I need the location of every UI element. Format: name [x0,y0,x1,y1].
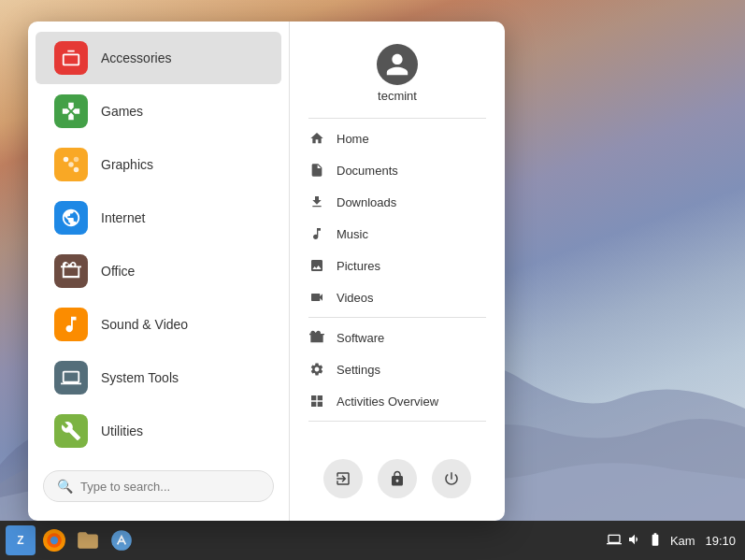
office-label: Office [101,264,135,279]
accessories-icon [54,41,88,75]
left-panel: Accessories Games Graphics [28,22,290,521]
pictures-label: Pictures [337,259,380,273]
menu-item-internet[interactable]: Internet [36,192,281,244]
downloads-icon [308,194,325,210]
videos-icon [308,289,325,306]
system-tools-label: System Tools [101,370,179,385]
settings-label: Settings [337,363,380,377]
home-label: Home [337,132,369,146]
games-icon [54,94,88,128]
right-item-activities[interactable]: Activities Overview [290,385,505,417]
graphics-label: Graphics [101,157,153,172]
right-item-videos[interactable]: Videos [290,281,505,313]
right-item-documents[interactable]: Documents [290,154,505,186]
activities-label: Activities Overview [337,395,438,409]
taskbar-datetime: Kam 19:10 [670,534,736,548]
utilities-icon [54,414,88,448]
svg-point-7 [111,530,132,551]
sound-video-label: Sound & Video [101,317,188,332]
menu-item-accessories[interactable]: Accessories [36,32,281,84]
app-menu: Accessories Games Graphics [28,22,505,521]
home-icon [308,130,325,147]
power-button[interactable] [432,459,471,498]
menu-item-graphics[interactable]: Graphics [36,138,281,191]
user-avatar-icon [384,51,410,78]
videos-label: Videos [337,291,374,305]
svg-point-0 [64,157,69,163]
lock-icon [389,470,406,487]
settings-icon [308,361,325,378]
taskbar-left: Z [0,525,142,555]
taskbar-firefox-button[interactable] [39,525,69,555]
right-item-pictures[interactable]: Pictures [290,250,505,281]
documents-label: Documents [337,164,398,178]
accessories-label: Accessories [101,50,171,65]
right-item-home[interactable]: Home [290,122,505,154]
divider-3 [308,421,486,422]
right-item-downloads[interactable]: Downloads [290,186,505,218]
sound-icon [54,308,88,341]
divider-2 [308,317,486,318]
search-box: 🔍 [43,470,274,502]
system-icon [54,361,88,395]
internet-label: Internet [101,210,145,225]
right-panel: tecmint Home Documents Downloads [290,22,505,521]
right-item-software[interactable]: Software [290,322,505,353]
battery-icon [648,532,663,550]
games-label: Games [101,104,143,119]
software-label: Software [337,331,384,345]
svg-point-6 [50,537,58,544]
zorin-logo: Z [17,534,23,547]
office-icon [54,254,88,288]
menu-item-system-tools[interactable]: System Tools [36,352,281,404]
volume-icon [627,532,642,550]
utilities-label: Utilities [101,424,143,438]
software-icon [308,329,325,346]
taskbar-system-icons [607,532,663,550]
internet-icon [54,201,88,235]
music-label: Music [337,227,368,241]
right-item-music[interactable]: Music [290,218,505,250]
power-icon [443,470,460,487]
documents-icon [308,162,325,179]
screen-icon [607,532,622,550]
username: tecmint [378,89,417,103]
user-section: tecmint [290,36,505,114]
lock-button[interactable] [378,459,417,498]
menu-item-games[interactable]: Games [36,85,281,137]
taskbar-right: Kam 19:10 [597,532,745,550]
menu-item-utilities[interactable]: Utilities [36,405,281,457]
firefox-icon [42,528,66,553]
taskbar-zorin-button[interactable]: Z [6,525,36,555]
right-item-settings[interactable]: Settings [290,353,505,385]
bottom-actions [290,448,505,506]
taskbar-day: Kam [670,534,695,548]
search-input[interactable] [80,480,260,494]
music-icon [308,225,325,242]
downloads-label: Downloads [337,195,396,209]
svg-point-3 [74,167,79,173]
taskbar-software-button[interactable] [107,525,136,555]
taskbar-files-button[interactable] [73,525,103,555]
taskbar-time: 19:10 [705,534,736,548]
pictures-icon [308,257,325,274]
avatar [377,44,418,85]
divider-1 [308,118,486,119]
menu-item-sound-video[interactable]: Sound & Video [36,298,281,351]
search-container: 🔍 [28,461,289,511]
taskbar: Z [0,521,745,560]
graphics-icon [54,148,88,181]
activities-icon [308,393,325,409]
search-icon: 🔍 [57,479,73,494]
svg-point-2 [74,157,79,163]
logout-button[interactable] [323,459,363,498]
menu-item-office[interactable]: Office [36,245,281,297]
files-icon [76,528,100,553]
software-store-icon [109,528,134,553]
svg-point-1 [68,162,74,167]
logout-icon [335,470,351,487]
